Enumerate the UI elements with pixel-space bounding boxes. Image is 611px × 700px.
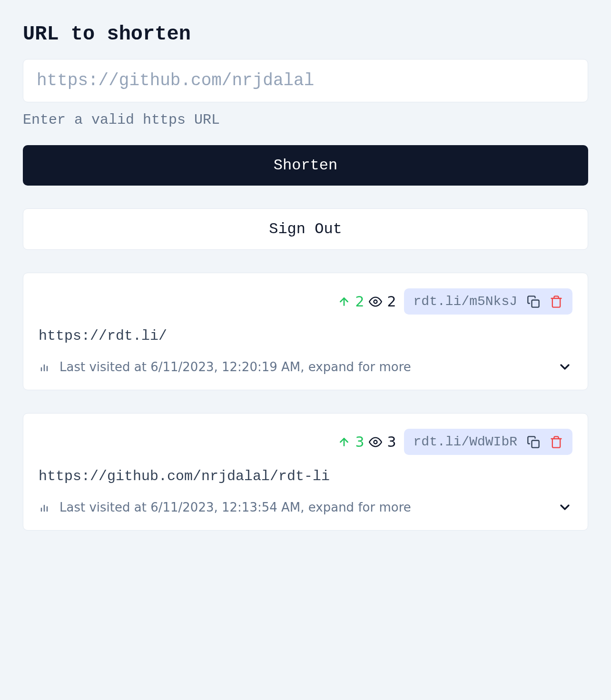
- unique-count: 3: [355, 434, 364, 450]
- short-link-text: rdt.li/m5NksJ: [414, 294, 517, 309]
- svg-rect-2: [532, 300, 539, 307]
- svg-point-1: [374, 300, 377, 303]
- helper-text: Enter a valid https URL: [23, 112, 588, 128]
- signout-button[interactable]: Sign Out: [23, 208, 588, 250]
- footer-left: Last visited at 6/11/2023, 12:20:19 AM, …: [39, 360, 411, 374]
- arrow-up-icon: [338, 296, 350, 308]
- trash-icon[interactable]: [550, 435, 563, 449]
- stats-group: 3 3: [338, 434, 396, 450]
- view-count: 3: [387, 434, 396, 450]
- original-url: https://rdt.li/: [39, 328, 572, 344]
- card-header: 2 2 rdt.li/m5NksJ: [39, 288, 572, 315]
- link-card: 3 3 rdt.li/WdWIbR https://github.com/nrj…: [23, 413, 588, 531]
- copy-icon[interactable]: [527, 295, 540, 308]
- svg-point-7: [374, 440, 377, 444]
- stats-group: 2 2: [338, 293, 396, 310]
- link-card: 2 2 rdt.li/m5NksJ https://rdt.li/: [23, 273, 588, 390]
- eye-icon: [369, 435, 382, 449]
- short-link-badge: rdt.li/WdWIbR: [404, 429, 572, 455]
- short-link-badge: rdt.li/m5NksJ: [404, 288, 572, 315]
- bar-chart-icon: [39, 502, 50, 513]
- card-footer: Last visited at 6/11/2023, 12:20:19 AM, …: [39, 359, 572, 375]
- page-title: URL to shorten: [23, 23, 588, 46]
- original-url: https://github.com/nrjdalal/rdt-li: [39, 468, 572, 484]
- short-link-text: rdt.li/WdWIbR: [414, 434, 517, 449]
- arrow-up-icon: [338, 436, 350, 448]
- unique-count: 2: [355, 293, 364, 310]
- card-header: 3 3 rdt.li/WdWIbR: [39, 429, 572, 455]
- visit-info: Last visited at 6/11/2023, 12:13:54 AM, …: [59, 500, 411, 514]
- trash-icon[interactable]: [550, 295, 563, 308]
- bar-chart-icon: [39, 361, 50, 373]
- url-input[interactable]: [23, 59, 588, 102]
- copy-icon[interactable]: [527, 435, 540, 449]
- view-count: 2: [387, 293, 396, 310]
- shorten-button[interactable]: Shorten: [23, 145, 588, 186]
- chevron-down-icon[interactable]: [557, 359, 572, 375]
- eye-icon: [369, 295, 382, 308]
- chevron-down-icon[interactable]: [557, 500, 572, 515]
- svg-rect-8: [532, 440, 539, 447]
- visit-info: Last visited at 6/11/2023, 12:20:19 AM, …: [59, 360, 411, 374]
- card-footer: Last visited at 6/11/2023, 12:13:54 AM, …: [39, 500, 572, 515]
- footer-left: Last visited at 6/11/2023, 12:13:54 AM, …: [39, 500, 411, 514]
